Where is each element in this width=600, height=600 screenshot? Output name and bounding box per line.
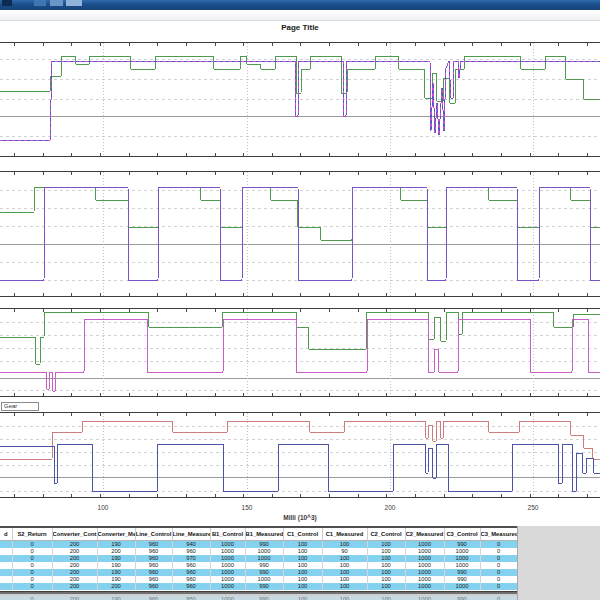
table-cell: 960 (172, 548, 210, 555)
x-axis-label: Milli (10^3) (0, 514, 600, 521)
x-axis: Milli (10^3) 100150200250 (0, 498, 600, 526)
table-cell: 200 (52, 540, 97, 548)
column-header[interactable]: d (0, 528, 12, 540)
table-cell: 190 (97, 562, 135, 569)
table-cell: 100 (322, 562, 367, 569)
table-row[interactable]: 02002009609601000100010090100100010000 (0, 548, 517, 555)
table-cell: 0 (480, 562, 517, 569)
series-purple-line (0, 187, 600, 280)
table-cell: 200 (52, 548, 97, 555)
table-cell: 100 (283, 540, 322, 548)
table-cell: 1000 (405, 548, 444, 555)
table-cell: 990 (444, 576, 480, 583)
table-cell: 100 (367, 555, 405, 562)
table-cell: 1000 (405, 576, 444, 583)
table-row[interactable]: 0200190960950100099010010010010009900 (0, 596, 517, 600)
table-cell: 200 (97, 583, 135, 590)
x-tick-label: 200 (375, 504, 405, 511)
table-cell: 1000 (245, 548, 283, 555)
table-cell: 990 (245, 562, 283, 569)
table-cell: 1000 (210, 562, 245, 569)
table-cell: 950 (172, 596, 210, 600)
table-cell: 100 (322, 583, 367, 590)
table-cell: 190 (97, 540, 135, 548)
table-cell: 1000 (405, 596, 444, 600)
table-cell: 100 (283, 562, 322, 569)
column-header[interactable]: B1_Measured (245, 528, 283, 540)
column-header[interactable]: C2_Measured (405, 528, 444, 540)
table-cell: 0 (12, 596, 52, 600)
table-row[interactable]: 02001909609601000990100100100100010000 (0, 562, 517, 569)
table-cell: 1000 (405, 540, 444, 548)
table-cell: 200 (52, 596, 97, 600)
table-cell: 100 (367, 569, 405, 576)
plot-4[interactable] (0, 412, 600, 498)
table-cell: 200 (52, 555, 97, 562)
table-cell: 1000 (405, 562, 444, 569)
column-header[interactable]: Line_Measured (172, 528, 210, 540)
table-cell: 1000 (210, 555, 245, 562)
table-cell (0, 548, 12, 555)
gear-legend[interactable]: Gear (1, 402, 39, 411)
table-cell: 190 (97, 596, 135, 600)
column-header[interactable]: C2_Control (367, 528, 405, 540)
table-cell: 0 (12, 540, 52, 548)
column-header[interactable]: C3_Control (444, 528, 480, 540)
table-cell: 100 (283, 555, 322, 562)
series-green-line (0, 56, 600, 103)
table-cell: 960 (135, 596, 172, 600)
table-cell: 100 (322, 555, 367, 562)
column-header[interactable]: C1_Control (283, 528, 322, 540)
window-titlebar[interactable] (0, 0, 600, 10)
titlebar-button[interactable] (2, 0, 12, 6)
series-blue-line (0, 61, 600, 140)
table-cell: 960 (135, 576, 172, 583)
table-cell: 1000 (444, 555, 480, 562)
column-header[interactable]: C1_Measured (322, 528, 367, 540)
table-cell: 90 (322, 548, 367, 555)
waveform-canvas (0, 172, 600, 297)
column-header[interactable]: C3_Measured (480, 528, 517, 540)
table-cell: 100 (283, 596, 322, 600)
table-header-row: dS2_ReturnConverter_ContConverter_MeasLi… (0, 528, 517, 540)
table-cell: 0 (12, 562, 52, 569)
table-row[interactable]: 020019096097010001000100100100100010000 (0, 555, 517, 562)
table-cell: 1000 (245, 555, 283, 562)
table-cell: 990 (245, 569, 283, 576)
titlebar-button[interactable] (50, 0, 63, 6)
table-cell (0, 562, 12, 569)
table-cell: 960 (135, 555, 172, 562)
waveform-canvas (0, 413, 600, 498)
table-cell: 990 (444, 596, 480, 600)
table-cell: 0 (480, 596, 517, 600)
table-cell: 1000 (210, 548, 245, 555)
column-header[interactable]: S2_Return (12, 528, 52, 540)
table-row[interactable]: 02001909609601000100010010010010009900 (0, 576, 517, 583)
table-cell: 1000 (210, 583, 245, 590)
titlebar-button[interactable] (66, 0, 82, 6)
column-header[interactable]: B1_Control (210, 528, 245, 540)
table-cell: 100 (283, 548, 322, 555)
column-header[interactable]: Line_Control (135, 528, 172, 540)
table-cell (0, 596, 12, 600)
table-cell: 970 (172, 555, 210, 562)
plot-3[interactable] (0, 308, 600, 397)
table-cell: 100 (283, 576, 322, 583)
plot-1[interactable] (0, 42, 600, 157)
table-cell: 960 (172, 569, 210, 576)
series-green-line (0, 312, 600, 364)
column-header[interactable]: Converter_Meas (97, 528, 135, 540)
column-header[interactable]: Converter_Cont (52, 528, 97, 540)
table-cell: 960 (135, 540, 172, 548)
table-row[interactable]: 0200190960940100099010010010010009900 (0, 540, 517, 548)
table-row[interactable]: 0200190960960100099010010010010009900 (0, 569, 517, 576)
series-blue-line (0, 444, 600, 491)
series-magenta-line (0, 319, 600, 391)
table-cell: 990 (245, 540, 283, 548)
table-cell: 100 (367, 540, 405, 548)
titlebar-button[interactable] (34, 0, 46, 6)
table-cell: 100 (322, 576, 367, 583)
table-row[interactable]: 02002009609601000990100100100100010000 (0, 583, 517, 590)
plot-2[interactable] (0, 171, 600, 297)
table-cell: 100 (283, 583, 322, 590)
